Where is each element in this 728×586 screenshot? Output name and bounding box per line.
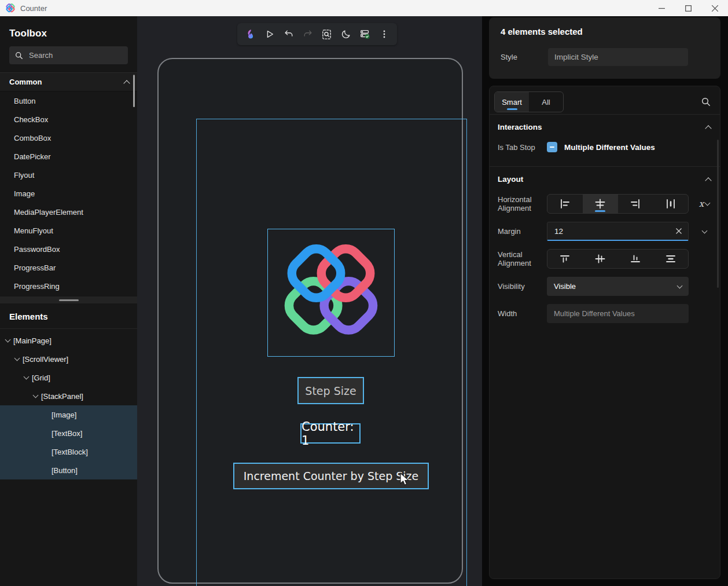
toolbox-item-label: Image <box>14 189 35 198</box>
interactions-section-header[interactable]: Interactions <box>490 115 720 137</box>
horizontal-alignment-label: Horizontal Alignment <box>498 195 547 213</box>
runtime-status-icon[interactable] <box>356 25 373 43</box>
valign-stretch-button[interactable] <box>653 250 688 268</box>
undo-button[interactable] <box>280 25 297 43</box>
search-input[interactable] <box>29 51 104 60</box>
toolbox-search[interactable] <box>9 46 128 64</box>
tree-item[interactable]: [Button] <box>0 461 137 479</box>
chevron-up-icon <box>123 80 130 86</box>
toolbox-item[interactable]: MenuFlyout <box>0 221 137 240</box>
clear-margin-button[interactable] <box>675 228 682 235</box>
theme-moon-icon[interactable] <box>337 25 354 43</box>
step-size-placeholder: Step Size <box>305 384 356 397</box>
toolbox-item[interactable]: Image <box>0 184 137 203</box>
toolbox-scrollbar[interactable] <box>133 75 135 107</box>
style-input[interactable]: Implicit Style <box>548 48 688 66</box>
halign-right-button[interactable] <box>618 195 653 213</box>
hot-design-flame-icon[interactable] <box>242 25 259 43</box>
toolbox-item[interactable]: Button <box>0 91 137 110</box>
tree-item[interactable]: [TextBox] <box>0 424 137 442</box>
tree-item[interactable]: [StackPanel] <box>0 387 137 405</box>
visibility-select[interactable]: Visible <box>547 277 689 296</box>
properties-tabs: Smart All <box>490 90 720 114</box>
valign-bottom-button[interactable] <box>618 250 653 268</box>
more-options-button[interactable] <box>376 25 392 43</box>
tree-item[interactable]: [Image] <box>0 405 137 424</box>
zoom-selection-icon[interactable] <box>318 25 335 43</box>
valign-top-button[interactable] <box>547 250 583 268</box>
tree-item[interactable]: [TextBlock] <box>0 442 137 461</box>
image-element[interactable] <box>267 229 395 357</box>
halign-center-button[interactable] <box>583 195 618 213</box>
tree-item-label: [StackPanel] <box>41 392 83 401</box>
design-canvas[interactable]: Step Size Counter: 1 Increment Counter b… <box>137 16 482 586</box>
properties-panel: 4 elements selected Style Implicit Style… <box>482 16 728 586</box>
halign-stretch-button[interactable] <box>653 195 688 213</box>
elements-tree: [MainPage] [ScrollViewer] [Grid] <box>0 329 137 479</box>
margin-label: Margin <box>498 227 547 236</box>
close-button[interactable] <box>701 0 728 16</box>
width-value: Multiple Different Values <box>554 309 635 318</box>
counter-textblock[interactable]: Counter: 1 <box>300 423 361 444</box>
selection-card: 4 elements selected Style Implicit Style <box>489 17 720 79</box>
tree-item-label: [MainPage] <box>13 336 52 345</box>
toolbox-item[interactable]: PasswordBox <box>0 240 137 258</box>
layout-section-header[interactable]: Layout <box>490 167 720 189</box>
toolbox-item[interactable]: MediaPlayerElement <box>0 203 137 221</box>
margin-input-wrap <box>547 222 689 241</box>
counter-text: Counter: 1 <box>302 420 359 448</box>
style-label: Style <box>501 53 548 61</box>
toolbox-item-label: DatePicker <box>14 152 51 161</box>
toolbox-item[interactable]: CheckBox <box>0 110 137 129</box>
tree-item-label: [Grid] <box>32 373 50 382</box>
toolbox-item-label: ComboBox <box>14 134 51 142</box>
properties-scrollbar[interactable] <box>717 140 719 288</box>
vertical-alignment-control <box>547 249 689 269</box>
toolbox-item[interactable]: ProgressRing <box>0 277 137 295</box>
is-tab-stop-label: Is Tab Stop <box>498 143 547 152</box>
width-input[interactable]: Multiple Different Values <box>547 304 689 323</box>
toolbox-item[interactable]: ComboBox <box>0 129 137 147</box>
toolbox-item-label: PasswordBox <box>14 245 60 254</box>
search-icon <box>15 52 23 60</box>
app-logo-image <box>271 233 391 353</box>
horizontal-alignment-control <box>547 194 689 214</box>
valign-center-button[interactable] <box>583 250 618 268</box>
tree-item[interactable]: [ScrollViewer] <box>0 350 137 368</box>
tree-item-label: [ScrollViewer] <box>23 355 68 364</box>
titlebar: Counter <box>0 0 728 16</box>
tab-all[interactable]: All <box>529 92 563 112</box>
toolbox-item[interactable]: ProgressBar <box>0 258 137 277</box>
halign-left-button[interactable] <box>547 195 583 213</box>
style-value: Implicit Style <box>554 53 598 61</box>
visibility-label: Visibility <box>498 282 547 291</box>
step-size-textbox[interactable]: Step Size <box>297 377 364 404</box>
section-label: Common <box>9 78 42 86</box>
chevron-down-icon[interactable] <box>5 336 11 342</box>
toolbox-item-label: ProgressBar <box>14 263 56 272</box>
panel-splitter[interactable] <box>0 296 137 303</box>
chevron-down-icon[interactable] <box>33 392 39 398</box>
toolbox-item[interactable]: Flyout <box>0 166 137 184</box>
tree-item[interactable]: [Grid] <box>0 368 137 387</box>
tab-smart[interactable]: Smart <box>495 92 529 112</box>
chevron-down-icon[interactable] <box>24 373 30 379</box>
play-button[interactable] <box>261 25 278 43</box>
tree-item[interactable]: [MainPage] <box>0 331 137 350</box>
margin-input[interactable] <box>554 227 675 236</box>
maximize-button[interactable] <box>675 0 701 16</box>
tree-item-label: [TextBlock] <box>52 448 88 456</box>
toolbox-item[interactable]: DatePicker <box>0 147 137 166</box>
properties-search-icon[interactable] <box>701 97 711 107</box>
margin-expand-dropdown[interactable] <box>689 230 720 233</box>
visibility-value: Visible <box>554 282 576 291</box>
halign-binding-dropdown[interactable]: x <box>689 199 720 209</box>
minimize-button[interactable] <box>648 0 675 16</box>
chevron-down-icon[interactable] <box>14 355 20 361</box>
toolbox-section-common[interactable]: Common <box>0 72 137 91</box>
window-title: Counter <box>20 4 47 13</box>
vertical-alignment-label: Vertical Alignment <box>498 250 547 268</box>
redo-button[interactable] <box>299 25 316 43</box>
is-tab-stop-checkbox[interactable] <box>547 142 557 152</box>
chevron-down-icon <box>705 200 711 206</box>
